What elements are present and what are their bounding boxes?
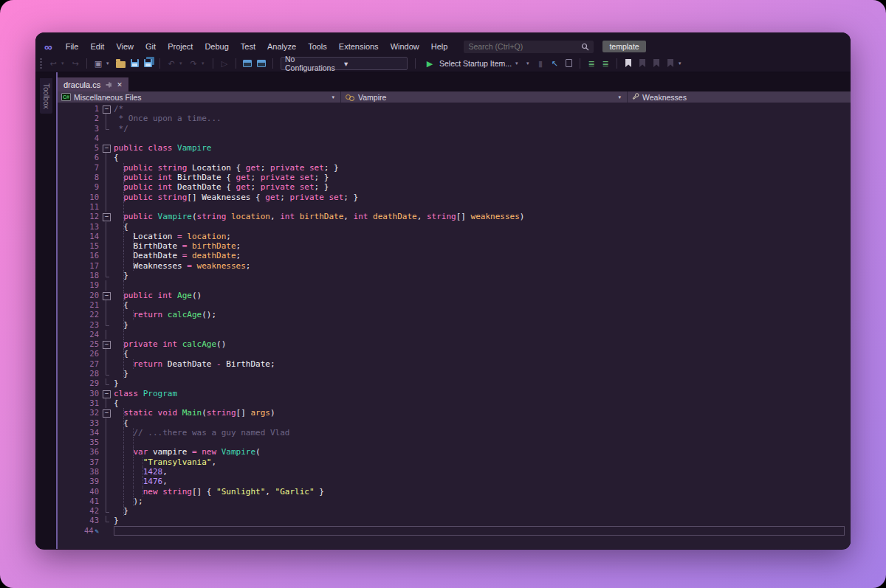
- code-line[interactable]: 40 new string[] { "Sunlight", "Garlic" }: [58, 487, 851, 497]
- code-text[interactable]: 1428,: [114, 467, 845, 477]
- code-line[interactable]: 6{: [58, 153, 851, 162]
- attach-to-process-button[interactable]: [563, 58, 574, 69]
- new-project-dropdown-icon[interactable]: ▾: [106, 60, 112, 66]
- code-text[interactable]: );: [114, 497, 845, 506]
- code-line[interactable]: 42 }: [58, 506, 851, 516]
- code-line[interactable]: 30class Program: [58, 389, 851, 398]
- menu-item-window[interactable]: Window: [385, 41, 425, 52]
- code-line[interactable]: 16 DeathDate = deathDate;: [58, 251, 851, 260]
- code-line[interactable]: 17 Weaknesses = weaknesses;: [58, 261, 851, 271]
- code-line[interactable]: 7 public string Location { get; private …: [58, 163, 851, 173]
- code-line[interactable]: 33 {: [58, 418, 851, 428]
- menu-item-help[interactable]: Help: [425, 41, 454, 52]
- code-text[interactable]: }: [114, 271, 845, 280]
- code-line[interactable]: 22 return calcAge();: [58, 310, 851, 319]
- code-line[interactable]: 1/*: [58, 104, 851, 114]
- redo-button[interactable]: ↷: [188, 58, 199, 69]
- code-text[interactable]: public class Vampire: [114, 143, 845, 153]
- code-line[interactable]: 18 }: [58, 271, 851, 280]
- open-folder-button[interactable]: [114, 58, 126, 69]
- code-line[interactable]: 8 public int BirthDate { get; private se…: [58, 173, 851, 182]
- code-line[interactable]: 11: [58, 202, 851, 212]
- fold-collapse-icon[interactable]: [99, 104, 114, 114]
- fold-collapse-icon[interactable]: [99, 143, 114, 153]
- fold-collapse-icon[interactable]: [99, 212, 114, 221]
- code-text[interactable]: [114, 280, 845, 290]
- tab-dracula-cs[interactable]: dracula.cs ✕: [58, 77, 128, 91]
- configurations-dropdown[interactable]: No Configurations ▾: [281, 57, 408, 70]
- code-line[interactable]: 31{: [58, 398, 851, 408]
- breadcrumb-caret-icon[interactable]: ▾: [618, 94, 623, 100]
- code-text[interactable]: return calcAge();: [114, 310, 845, 319]
- menu-item-debug[interactable]: Debug: [199, 41, 234, 52]
- code-text[interactable]: {: [114, 349, 845, 359]
- menu-item-file[interactable]: File: [60, 41, 85, 52]
- navigate-back-dropdown-icon[interactable]: ▾: [61, 60, 67, 66]
- code-line[interactable]: 10 public string[] Weaknesses { get; pri…: [58, 193, 851, 202]
- code-text[interactable]: }: [114, 516, 845, 525]
- code-text[interactable]: {: [114, 222, 845, 232]
- code-text[interactable]: [114, 202, 845, 212]
- code-line[interactable]: 12 public Vampire(string location, int b…: [58, 212, 851, 221]
- toolbox-tab[interactable]: Toolbox: [40, 78, 52, 114]
- breadcrumb-project[interactable]: C# Miscellaneous Files ▾: [58, 91, 341, 103]
- menu-item-analyze[interactable]: Analyze: [261, 41, 302, 52]
- navigate-forward-button[interactable]: ↪: [69, 58, 81, 69]
- code-line[interactable]: 32 static void Main(string[] args): [58, 408, 851, 418]
- save-button[interactable]: [128, 58, 140, 69]
- undo-button[interactable]: ↶: [165, 58, 177, 69]
- breadcrumb-caret-icon[interactable]: ▾: [332, 94, 337, 100]
- code-line[interactable]: 2 * Once upon a time...: [58, 114, 851, 123]
- code-line[interactable]: 13 {: [58, 222, 851, 232]
- code-text[interactable]: {: [114, 398, 845, 408]
- code-line[interactable]: 34 // ...there was a guy named Vlad: [58, 428, 851, 437]
- code-text[interactable]: public int DeathDate { get; private set;…: [114, 182, 845, 192]
- code-line[interactable]: 20 public int Age(): [58, 291, 851, 300]
- code-line[interactable]: 5public class Vampire: [58, 143, 851, 153]
- code-text[interactable]: private int calcAge(): [114, 339, 845, 349]
- menu-item-tools[interactable]: Tools: [302, 41, 333, 52]
- show-next-statement-button[interactable]: ≣: [585, 58, 597, 69]
- code-text[interactable]: new string[] { "Sunlight", "Garlic" }: [114, 487, 845, 497]
- code-line[interactable]: 41 );: [58, 497, 851, 506]
- code-line[interactable]: 14 Location = location;: [58, 232, 851, 241]
- fold-collapse-icon[interactable]: [99, 339, 114, 349]
- save-all-button[interactable]: [142, 58, 154, 69]
- menu-item-view[interactable]: View: [110, 41, 140, 52]
- new-project-button[interactable]: ▣: [92, 58, 104, 69]
- fold-collapse-icon[interactable]: [99, 291, 114, 300]
- code-text[interactable]: public Vampire(string location, int birt…: [114, 212, 845, 221]
- code-line[interactable]: 3 */: [58, 124, 851, 134]
- live-share-button[interactable]: [241, 58, 253, 69]
- code-text[interactable]: [114, 134, 845, 143]
- code-text[interactable]: Location = location;: [114, 232, 845, 241]
- toolbar-overflow-icon[interactable]: ▾: [526, 60, 532, 66]
- breadcrumb-type[interactable]: Vampire ▾: [341, 91, 628, 103]
- search-input[interactable]: [468, 42, 581, 51]
- code-text[interactable]: Weaknesses = weaknesses;: [114, 261, 845, 271]
- current-line[interactable]: [114, 526, 845, 536]
- code-line[interactable]: 36 var vampire = new Vampire(: [58, 447, 851, 457]
- code-text[interactable]: [114, 437, 845, 447]
- toolbar-overflow-icon[interactable]: ▾: [679, 60, 684, 66]
- code-text[interactable]: /*: [114, 104, 845, 114]
- code-line[interactable]: 21 {: [58, 300, 851, 310]
- code-text[interactable]: */: [114, 124, 845, 134]
- start-debugging-button[interactable]: ▶ Select Startup Item... ▾: [424, 58, 521, 69]
- code-line[interactable]: 9 public int DeathDate { get; private se…: [58, 182, 851, 192]
- code-text[interactable]: "Transylvania",: [114, 457, 845, 467]
- code-line[interactable]: 43}: [58, 516, 851, 525]
- code-text[interactable]: {: [114, 153, 845, 162]
- clear-bookmarks-button[interactable]: [664, 58, 676, 69]
- pin-icon[interactable]: [105, 81, 112, 89]
- code-text[interactable]: DeathDate = deathDate;: [114, 251, 845, 260]
- code-text[interactable]: }: [114, 378, 845, 388]
- code-line[interactable]: 4: [58, 134, 851, 143]
- menu-item-project[interactable]: Project: [162, 41, 199, 52]
- code-line[interactable]: 39 1476,: [58, 477, 851, 486]
- code-line[interactable]: 24: [58, 330, 851, 339]
- start-without-debugging-button[interactable]: ▷: [219, 58, 230, 69]
- fold-collapse-icon[interactable]: [99, 389, 114, 398]
- code-text[interactable]: public string Location { get; private se…: [114, 163, 845, 173]
- code-text[interactable]: static void Main(string[] args): [114, 408, 845, 418]
